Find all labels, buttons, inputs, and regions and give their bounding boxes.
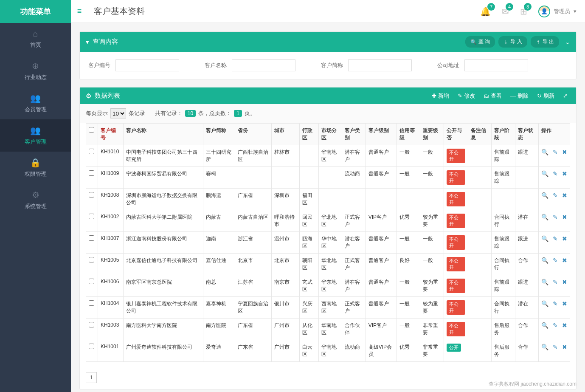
cell: [468, 275, 491, 297]
delete-row-icon[interactable]: ✖: [562, 170, 567, 177]
row-checkbox[interactable]: [89, 192, 94, 197]
list-panel: ⚙ 数据列表 ✚ 新增 ✎ 修改 🗂 查看 — 删除 ↻ 刷新 ⤢ 每页显示 1…: [79, 87, 577, 389]
cell: [86, 297, 98, 319]
row-checkbox[interactable]: [89, 322, 94, 327]
column-header[interactable]: 城市: [272, 124, 300, 145]
bell-icon[interactable]: 🔔7: [480, 6, 491, 17]
sidebar-item-4[interactable]: 🔒权限管理: [0, 152, 71, 184]
row-checkbox[interactable]: [89, 300, 94, 306]
row-checkbox[interactable]: [89, 149, 94, 154]
column-header[interactable]: 操作: [538, 124, 570, 145]
edit-row-icon[interactable]: ✎: [553, 192, 558, 199]
cell: 售前跟踪: [492, 145, 515, 167]
add-button[interactable]: ✚ 新增: [429, 92, 452, 100]
delete-row-icon[interactable]: ✖: [562, 322, 567, 329]
export-button[interactable]: ⭱导 出: [531, 36, 559, 48]
column-header[interactable]: 客户编号: [98, 124, 124, 145]
collapse-icon[interactable]: ⌄: [565, 39, 570, 45]
cell: 内蒙古: [203, 210, 235, 232]
view-button[interactable]: 🗂 查看: [481, 92, 504, 100]
content: ▾ 查询内容 🔍查 询 ⭳导 入 ⭱导 出 ⌄ 客户编号客户名称客户简称公司地址…: [71, 23, 585, 392]
field-input-3[interactable]: [464, 59, 528, 71]
field-input-1[interactable]: [232, 59, 295, 71]
row-checkbox[interactable]: [89, 279, 94, 284]
query-button[interactable]: 🔍查 询: [465, 36, 495, 48]
sidebar-item-0[interactable]: ⌂首页: [0, 23, 71, 55]
cell: 一般: [397, 145, 420, 167]
column-header[interactable]: 市场分区: [318, 124, 342, 145]
sidebar-item-label: 权限管理: [25, 171, 47, 177]
cell: 一般: [397, 319, 420, 340]
view-row-icon[interactable]: 🔍: [541, 344, 548, 350]
edit-row-icon[interactable]: ✎: [553, 170, 558, 177]
delete-row-icon[interactable]: ✖: [562, 300, 567, 307]
column-header[interactable]: 客户状态: [515, 124, 538, 145]
column-header[interactable]: 行政区: [299, 124, 318, 145]
select-all-checkbox[interactable]: [89, 127, 94, 133]
column-header[interactable]: 省份: [235, 124, 272, 145]
row-checkbox[interactable]: [89, 214, 94, 219]
column-header[interactable]: 备注信息: [468, 124, 491, 145]
edit-row-icon[interactable]: ✎: [553, 149, 558, 155]
delete-row-icon[interactable]: ✖: [562, 235, 567, 242]
field-input-2[interactable]: [348, 59, 412, 71]
row-checkbox[interactable]: [89, 344, 94, 349]
edit-row-icon[interactable]: ✎: [553, 257, 558, 264]
page-1[interactable]: 1: [86, 372, 97, 383]
delete-row-icon[interactable]: ✖: [562, 192, 567, 199]
delete-row-icon[interactable]: ✖: [562, 149, 567, 155]
mail-icon[interactable]: ✉4: [502, 6, 509, 17]
view-row-icon[interactable]: 🔍: [541, 192, 548, 199]
view-row-icon[interactable]: 🔍: [541, 214, 548, 220]
column-header[interactable]: 信用等级: [397, 124, 420, 145]
column-header[interactable]: 客户类别: [342, 124, 366, 145]
column-header[interactable]: 重要级别: [420, 124, 444, 145]
cell: 不公开: [444, 167, 468, 189]
view-row-icon[interactable]: 🔍: [541, 257, 548, 264]
edit-row-icon[interactable]: ✎: [553, 235, 558, 242]
sidebar-item-3[interactable]: 👥客户管理: [0, 119, 71, 152]
column-header[interactable]: 客户简称: [203, 124, 235, 145]
edit-row-icon[interactable]: ✎: [553, 279, 558, 285]
view-row-icon[interactable]: 🔍: [541, 235, 548, 242]
delete-row-icon[interactable]: ✖: [562, 214, 567, 220]
edit-row-icon[interactable]: ✎: [553, 322, 558, 329]
column-header[interactable]: [86, 124, 98, 145]
delete-row-icon[interactable]: ✖: [562, 257, 567, 264]
row-checkbox[interactable]: [89, 235, 94, 241]
view-row-icon[interactable]: 🔍: [541, 300, 548, 307]
row-checkbox[interactable]: [89, 170, 94, 176]
view-row-icon[interactable]: 🔍: [541, 322, 548, 329]
sidebar-item-1[interactable]: ⊕行业动态: [0, 55, 71, 87]
edit-row-icon[interactable]: ✎: [553, 300, 558, 307]
refresh-button[interactable]: ↻ 刷新: [534, 92, 557, 100]
column-header[interactable]: 公开与否: [444, 124, 468, 145]
cell: 🔍✎✖: [538, 275, 570, 297]
grid-icon[interactable]: ⊞3: [520, 6, 527, 17]
edit-row-icon[interactable]: ✎: [553, 214, 558, 220]
edit-row-icon[interactable]: ✎: [553, 344, 558, 350]
cell: 售后服务: [492, 340, 515, 362]
column-header[interactable]: 客户阶段: [492, 124, 515, 145]
delete-row-icon[interactable]: ✖: [562, 344, 567, 350]
fullscreen-icon[interactable]: ⤢: [560, 93, 570, 99]
field-input-0[interactable]: [115, 59, 179, 71]
row-checkbox[interactable]: [89, 257, 94, 262]
cell: 合同执行: [492, 297, 515, 319]
column-header[interactable]: 客户名称: [124, 124, 203, 145]
public-tag: 不公开: [447, 170, 465, 185]
edit-button[interactable]: ✎ 修改: [455, 92, 478, 100]
column-header[interactable]: 客户级别: [366, 124, 397, 145]
cell: 流动商: [342, 340, 366, 362]
page-size-select[interactable]: 10: [110, 108, 126, 118]
menu-toggle[interactable]: ≡: [71, 7, 88, 16]
import-button[interactable]: ⭳导 入: [498, 36, 527, 48]
delete-row-icon[interactable]: ✖: [562, 279, 567, 285]
view-row-icon[interactable]: 🔍: [541, 149, 548, 155]
user-menu[interactable]: 👤 管理员 ▾: [538, 6, 577, 17]
sidebar-item-5[interactable]: ⚙系统管理: [0, 184, 71, 216]
delete-button[interactable]: — 删除: [508, 92, 531, 100]
sidebar-item-2[interactable]: 👥会员管理: [0, 87, 71, 119]
view-row-icon[interactable]: 🔍: [541, 279, 548, 285]
view-row-icon[interactable]: 🔍: [541, 170, 548, 177]
